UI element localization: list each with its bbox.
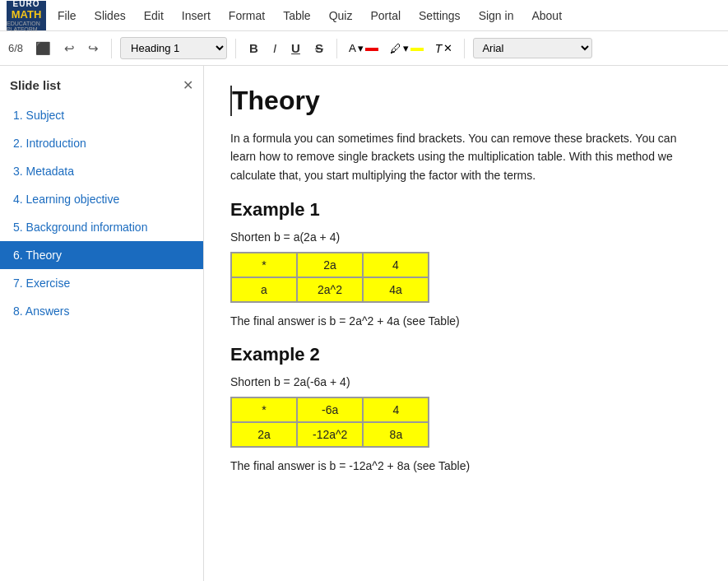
- logo: EURO MATH EDUCATION PLATFORM: [7, 1, 46, 30]
- sidebar-item-learning-objective[interactable]: 4. Learning objective: [0, 185, 203, 213]
- logo-math: MATH: [12, 8, 42, 21]
- highlight-swatch: [410, 48, 424, 51]
- font-color-label: A: [349, 42, 356, 54]
- divider-4: [464, 39, 465, 58]
- table-cell: 4: [363, 253, 429, 277]
- example2-heading: Example 2: [230, 344, 702, 365]
- menu-portal[interactable]: Portal: [369, 6, 402, 26]
- heading-select[interactable]: Heading 1 Heading 2 Normal: [120, 37, 227, 59]
- sidebar-item-answers[interactable]: 8. Answers: [0, 297, 203, 325]
- chevron-down-icon-2: ▾: [403, 42, 409, 54]
- menu-settings[interactable]: Settings: [417, 6, 462, 26]
- clear-format-label: T: [435, 42, 443, 55]
- sidebar-item-exercise[interactable]: 7. Exercise: [0, 269, 203, 297]
- table-cell: *: [231, 253, 297, 277]
- table-cell: 2a: [231, 422, 297, 447]
- table-cell: 4a: [363, 277, 429, 302]
- chevron-down-icon: ▾: [358, 42, 364, 54]
- table-cell: -6a: [297, 397, 363, 422]
- example1-table: *2a4a2a^24a: [230, 252, 429, 303]
- table-cell: -12a^2: [297, 422, 363, 447]
- main-layout: Slide list ✕ 1. Subject 2. Introduction …: [0, 66, 728, 581]
- toolbar: 6/8 ⬛ ↩ ↪ Heading 1 Heading 2 Normal B I…: [0, 31, 728, 66]
- menu-items: File Slides Edit Insert Format Table Qui…: [56, 6, 563, 26]
- clear-format-button[interactable]: T ✕: [432, 40, 457, 57]
- font-color-button[interactable]: A ▾: [345, 40, 382, 56]
- table-cell: 2a^2: [297, 277, 363, 302]
- strikethrough-button[interactable]: S: [310, 39, 328, 58]
- font-select[interactable]: Arial Times New Roman Verdana: [473, 38, 592, 58]
- table-cell: 4: [363, 397, 429, 422]
- highlight-color-button[interactable]: 🖊 ▾: [387, 40, 427, 57]
- table-cell: 2a: [297, 253, 363, 277]
- present-icon[interactable]: ⬛: [31, 39, 55, 58]
- menu-bar: EURO MATH EDUCATION PLATFORM File Slides…: [0, 0, 728, 31]
- sidebar: Slide list ✕ 1. Subject 2. Introduction …: [0, 66, 204, 581]
- example1-heading: Example 1: [230, 199, 702, 221]
- example2-table: *-6a42a-12a^28a: [230, 397, 429, 448]
- bold-button[interactable]: B: [244, 39, 263, 58]
- menu-file[interactable]: File: [56, 6, 78, 26]
- sidebar-item-background-information[interactable]: 5. Background information: [0, 213, 203, 241]
- menu-format[interactable]: Format: [227, 6, 267, 26]
- menu-quiz[interactable]: Quiz: [327, 6, 355, 26]
- sidebar-item-metadata[interactable]: 3. Metadata: [0, 157, 203, 185]
- sidebar-close-button[interactable]: ✕: [183, 77, 193, 93]
- example2-answer: The final answer is b = -12a^2 + 8a (see…: [230, 459, 702, 472]
- italic-button[interactable]: I: [268, 39, 281, 58]
- menu-slides[interactable]: Slides: [93, 6, 128, 26]
- menu-about[interactable]: About: [530, 6, 563, 26]
- undo-button[interactable]: ↩: [60, 39, 79, 58]
- sidebar-header: Slide list ✕: [0, 72, 203, 101]
- underline-button[interactable]: U: [286, 39, 305, 58]
- intro-paragraph: In a formula you can sometimes find brac…: [230, 129, 702, 184]
- divider-1: [111, 39, 112, 58]
- example1-answer: The final answer is b = 2a^2 + 4a (see T…: [230, 314, 702, 328]
- table-cell: 8a: [363, 422, 429, 447]
- sidebar-item-introduction[interactable]: 2. Introduction: [0, 129, 203, 157]
- highlight-label: 🖊: [390, 42, 401, 55]
- table-cell: a: [231, 277, 297, 302]
- clear-icon: ✕: [443, 42, 452, 54]
- menu-edit[interactable]: Edit: [142, 6, 165, 26]
- sidebar-item-theory[interactable]: 6. Theory: [0, 241, 203, 269]
- sidebar-title: Slide list: [10, 78, 61, 92]
- content-area: Theory In a formula you can sometimes fi…: [204, 66, 728, 581]
- logo-sub: EDUCATION PLATFORM: [7, 21, 46, 32]
- menu-table[interactable]: Table: [281, 6, 312, 26]
- divider-3: [336, 39, 337, 58]
- example2-shorten: Shorten b = 2a(-6a + 4): [230, 375, 702, 388]
- menu-insert[interactable]: Insert: [180, 6, 212, 26]
- page-title: Theory: [230, 86, 702, 116]
- sidebar-item-subject[interactable]: 1. Subject: [0, 101, 203, 129]
- slide-count: 6/8: [8, 42, 23, 54]
- font-color-swatch: [365, 48, 378, 51]
- divider-2: [235, 39, 236, 58]
- example1-shorten: Shorten b = a(2a + 4): [230, 230, 702, 244]
- logo-euro: EURO: [13, 0, 40, 8]
- logo-box: EURO MATH EDUCATION PLATFORM: [7, 1, 46, 30]
- redo-button[interactable]: ↪: [84, 39, 103, 58]
- table-cell: *: [231, 397, 297, 422]
- menu-signin[interactable]: Sign in: [477, 6, 516, 26]
